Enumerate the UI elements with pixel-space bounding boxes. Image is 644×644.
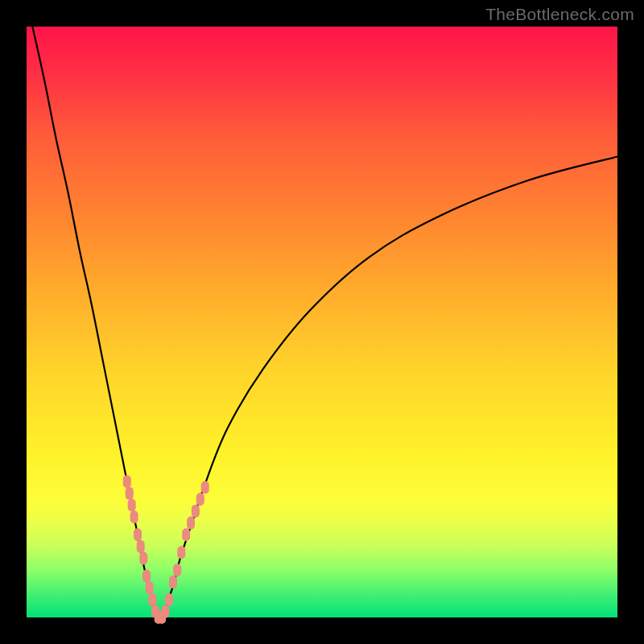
marker-point (192, 505, 200, 518)
curve-layer (0, 0, 644, 644)
marker-point (182, 528, 190, 541)
marker-point (148, 593, 156, 606)
marker-point (187, 517, 195, 530)
marker-point (139, 552, 147, 565)
marker-point (196, 493, 204, 506)
marker-point (173, 564, 181, 576)
chart-frame: TheBottleneck.com (0, 0, 644, 644)
marker-point (126, 487, 134, 500)
marker-point (128, 499, 136, 512)
marker-point (177, 546, 185, 559)
bottleneck-curve (32, 27, 617, 621)
marker-point (165, 593, 173, 606)
marker-point (142, 570, 151, 583)
marker-point (123, 475, 131, 488)
marker-point (146, 581, 154, 594)
marker-point (137, 540, 145, 553)
marker-point (130, 510, 138, 523)
marker-point (201, 481, 209, 494)
marker-point (169, 576, 177, 588)
sample-markers (123, 475, 209, 624)
marker-point (134, 528, 142, 541)
curve-path (32, 27, 617, 621)
marker-point (162, 605, 170, 618)
